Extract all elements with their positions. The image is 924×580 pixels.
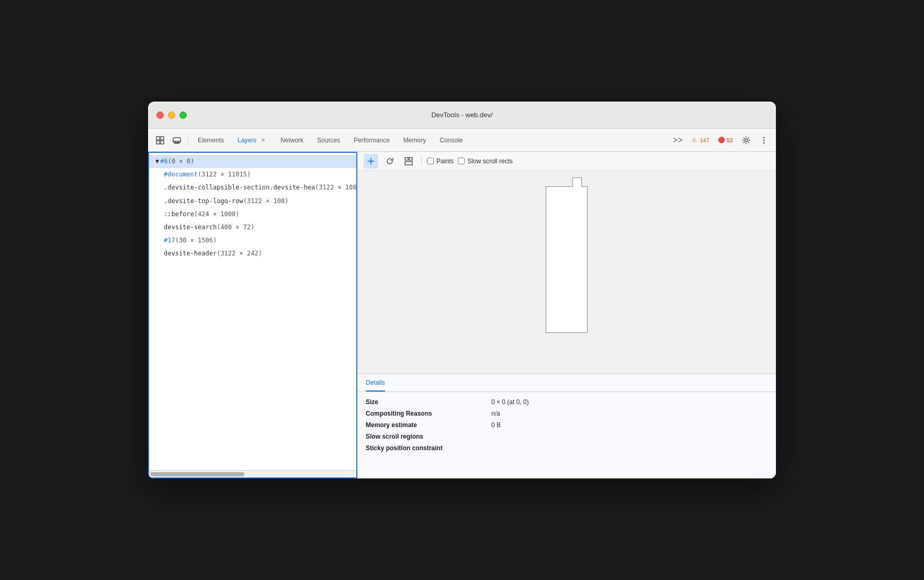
details-tab-label: Details [366, 379, 385, 386]
layer-id: #17 [164, 237, 175, 244]
traffic-lights [156, 111, 187, 119]
toolbar-right: >> ⚠ 147 🔴 52 [670, 132, 772, 148]
details-key: Sticky position constraint [366, 444, 491, 452]
details-row: Memory estimate 0 B [366, 419, 768, 431]
main-content: ▼#6(0 × 0)#document(3122 × 11015).devsit… [148, 152, 776, 478]
layer-dim: (3122 × 108) [315, 184, 356, 191]
slow-scroll-checkbox-label[interactable]: Slow scroll rects [458, 158, 513, 165]
horizontal-scrollbar[interactable] [149, 470, 356, 477]
slow-scroll-checkbox[interactable] [458, 158, 465, 164]
layer-dim: (3122 × 108) [243, 197, 289, 205]
tab-console[interactable]: Console [433, 132, 469, 148]
svg-point-7 [745, 139, 748, 141]
layer-dim: (30 × 1506) [175, 237, 217, 244]
layer-item[interactable]: ::before(424 × 1000) [149, 208, 356, 221]
svg-rect-1 [161, 137, 164, 140]
paints-checkbox[interactable] [427, 158, 434, 164]
tab-sources-label: Sources [317, 137, 340, 144]
svg-rect-2 [156, 141, 160, 144]
tab-memory[interactable]: Memory [397, 132, 432, 148]
zoom-tool[interactable] [401, 154, 416, 169]
tab-memory-label: Memory [403, 137, 426, 144]
tab-sources[interactable]: Sources [311, 132, 346, 148]
tab-elements[interactable]: Elements [191, 132, 230, 148]
close-button[interactable] [156, 111, 164, 119]
toolbar: Elements Layers ✕ Network Sources Perfor… [148, 129, 776, 152]
warning-count: 147 [700, 137, 709, 143]
layer-item[interactable]: #document(3122 × 11015) [149, 168, 356, 181]
details-table: Size 0 × 0 (at 0, 0) Compositing Reasons… [357, 392, 776, 458]
tab-elements-label: Elements [198, 137, 224, 144]
layers-list[interactable]: ▼#6(0 × 0)#document(3122 × 11015).devsit… [149, 153, 356, 470]
paints-label: Paints [436, 158, 454, 165]
details-key: Size [366, 398, 491, 406]
details-key: Slow scroll regions [366, 433, 491, 440]
tab-network-label: Network [280, 137, 303, 144]
layer-item[interactable]: .devsite-collapsible-section.devsite-hea… [149, 181, 356, 194]
svg-rect-0 [156, 137, 160, 140]
more-tabs-button[interactable]: >> [670, 132, 685, 148]
tab-performance[interactable]: Performance [347, 132, 396, 148]
svg-rect-12 [405, 158, 408, 160]
layers-panel: ▼#6(0 × 0)#document(3122 × 11015).devsit… [148, 152, 357, 478]
layer-id: #document [164, 171, 198, 178]
tab-network[interactable]: Network [274, 132, 310, 148]
svg-rect-13 [409, 158, 412, 160]
page-tab [572, 177, 582, 187]
layer-item[interactable]: .devsite-top-logo-row(3122 × 108) [149, 195, 356, 208]
details-row: Compositing Reasons n/a [366, 408, 768, 419]
tab-layers[interactable]: Layers ✕ [231, 132, 273, 148]
details-key: Compositing Reasons [366, 410, 491, 417]
canvas-toolbar: Paints Slow scroll rects [357, 152, 776, 171]
details-tab[interactable]: Details [366, 374, 385, 392]
layer-item[interactable]: ▼#6(0 × 0) [149, 155, 356, 168]
tab-performance-label: Performance [354, 137, 390, 144]
layer-item[interactable]: devsite-search(400 × 72) [149, 221, 356, 234]
layer-name: .devsite-top-logo-row [164, 197, 243, 205]
details-val: 0 B [491, 421, 768, 429]
layer-dim: (400 × 72) [217, 224, 254, 231]
svg-point-11 [370, 160, 372, 162]
maximize-button[interactable] [179, 111, 187, 119]
inspect-icon[interactable] [152, 132, 168, 148]
minimize-button[interactable] [168, 111, 175, 119]
layer-arrow: ▼ [155, 158, 159, 165]
layer-dim: (3122 × 242) [217, 250, 262, 257]
canvas-area [357, 171, 776, 374]
warning-badge[interactable]: ⚠ 147 [688, 136, 712, 145]
layer-dim: (0 × 0) [168, 158, 195, 165]
page-outline [546, 186, 588, 333]
scrollbar-thumb[interactable] [150, 472, 244, 476]
titlebar: DevTools - web.dev/ [148, 102, 776, 129]
layer-dim: (424 × 1000) [194, 210, 240, 218]
sep1 [188, 135, 188, 146]
svg-rect-3 [161, 141, 164, 144]
error-icon: 🔴 [718, 137, 725, 144]
layer-item[interactable]: devsite-header(3122 × 242) [149, 247, 356, 260]
page-preview [546, 186, 588, 333]
settings-icon[interactable] [738, 132, 754, 148]
error-badge[interactable]: 🔴 52 [715, 136, 736, 145]
tab-layers-label: Layers [238, 137, 256, 144]
svg-point-10 [763, 142, 765, 143]
layer-id: #6 [160, 158, 167, 165]
layer-name: devsite-header [164, 250, 217, 257]
details-val: 0 × 0 (at 0, 0) [491, 398, 768, 406]
details-header: Details [357, 374, 776, 392]
tab-layers-close[interactable]: ✕ [260, 137, 267, 144]
device-icon[interactable] [169, 132, 185, 148]
details-row: Slow scroll regions [366, 431, 768, 442]
svg-rect-14 [405, 162, 412, 165]
svg-point-9 [763, 139, 765, 141]
pan-tool[interactable] [364, 154, 378, 169]
tab-console-label: Console [440, 137, 463, 144]
rotate-tool[interactable] [382, 154, 397, 169]
details-panel: Details Size 0 × 0 (at 0, 0) Compositing… [357, 374, 776, 478]
layer-dim: (3122 × 11015) [198, 171, 251, 178]
canvas-sep1 [421, 157, 422, 166]
more-tabs-label: >> [673, 136, 683, 145]
more-options-icon[interactable] [756, 132, 772, 148]
paints-checkbox-label[interactable]: Paints [427, 158, 454, 165]
layer-item[interactable]: #17(30 × 1506) [149, 234, 356, 247]
svg-point-8 [763, 137, 765, 138]
